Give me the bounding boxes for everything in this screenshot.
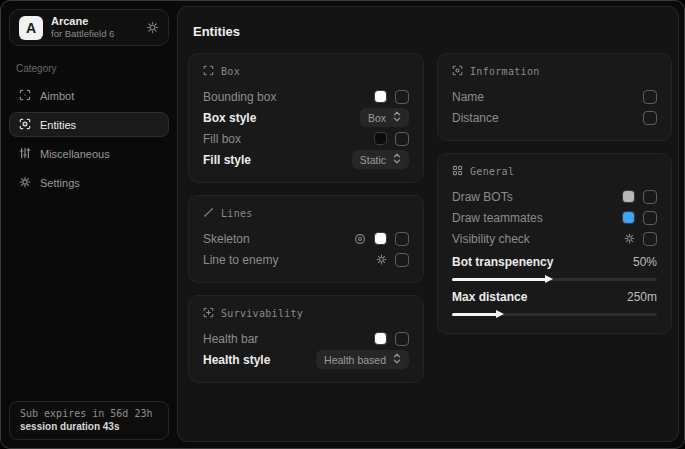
gear-mini-icon[interactable] [376, 254, 387, 265]
sidebar-nav: Aimbot Entities [9, 83, 169, 195]
sidebar-item-entities[interactable]: Entities [9, 112, 169, 137]
fill-style-dropdown[interactable]: Static [352, 150, 409, 169]
slider-value: 250m [627, 290, 657, 304]
max-distance-slider[interactable] [452, 313, 657, 316]
unfold-icon [393, 111, 401, 124]
draw-bots-checkbox[interactable] [643, 190, 657, 204]
health-bar-checkbox[interactable] [395, 332, 409, 346]
slider-fill [452, 313, 497, 316]
information-section: Information Name Distance [437, 53, 672, 141]
slider-value: 50% [633, 255, 657, 269]
info-scan-icon [452, 65, 463, 78]
setting-row-draw-bots: Draw BOTs [452, 186, 657, 207]
box-style-dropdown[interactable]: Box [360, 108, 409, 127]
gear-icon [19, 176, 31, 190]
scan-eye-icon [19, 118, 31, 132]
app-window: A Arcane for Battlefield 6 Category [0, 0, 685, 449]
sidebar-item-label: Aimbot [40, 90, 74, 102]
gear-mini-icon[interactable] [624, 233, 635, 244]
draw-teammates-checkbox[interactable] [643, 211, 657, 225]
setting-row-health-bar: Health bar [203, 328, 409, 349]
color-swatch[interactable] [622, 211, 635, 224]
distance-checkbox[interactable] [643, 111, 657, 125]
setting-row-fill-box: Fill box [203, 128, 409, 149]
line-to-enemy-checkbox[interactable] [395, 253, 409, 267]
sidebar-item-aimbot[interactable]: Aimbot [9, 83, 169, 108]
skeleton-checkbox[interactable] [395, 232, 409, 246]
color-swatch[interactable] [622, 190, 635, 203]
setting-row-fill-style: Fill style Static [203, 149, 409, 170]
setting-row-distance: Distance [452, 107, 657, 128]
bounding-box-checkbox[interactable] [395, 90, 409, 104]
survivability-section: Survivability Health bar Health style He… [188, 295, 424, 383]
sidebar-item-settings[interactable]: Settings [9, 170, 169, 195]
section-title: General [470, 166, 514, 177]
color-swatch[interactable] [374, 90, 387, 103]
section-title: Box [221, 66, 240, 77]
sidebar-item-miscellaneous[interactable]: Miscellaneous [9, 141, 169, 166]
color-swatch[interactable] [374, 132, 387, 145]
color-swatch[interactable] [374, 332, 387, 345]
setting-row-visibility-check: Visibility check [452, 228, 657, 249]
main-panel: Entities Box Bounding box [177, 6, 679, 442]
fill-box-checkbox[interactable] [395, 132, 409, 146]
setting-row-skeleton: Skeleton [203, 228, 409, 249]
max-distance-slider-group: Max distance 250m [452, 286, 657, 316]
section-title: Information [470, 66, 540, 77]
section-title: Survivability [221, 308, 303, 319]
color-swatch[interactable] [374, 232, 387, 245]
setting-row-name: Name [452, 86, 657, 107]
setting-row-bounding-box: Bounding box [203, 86, 409, 107]
sidebar-item-label: Miscellaneous [40, 148, 110, 160]
line-icon [203, 207, 214, 220]
grid-icon [452, 165, 463, 178]
sub-expiry-text: Sub expires in 56d 23h [20, 408, 158, 419]
sliders-icon [19, 147, 31, 161]
gear-icon[interactable] [146, 21, 159, 34]
setting-row-box-style: Box style Box [203, 107, 409, 128]
box-section: Box Bounding box Box style Box [188, 53, 424, 183]
name-checkbox[interactable] [643, 90, 657, 104]
lines-section: Lines Skeleton [188, 195, 424, 283]
crosshair-icon [19, 89, 31, 103]
unfold-icon [393, 153, 401, 166]
bot-transparency-slider[interactable] [452, 278, 657, 281]
slider-fill [452, 278, 546, 281]
subscription-card: Sub expires in 56d 23h session duration … [9, 401, 169, 440]
sidebar-item-label: Settings [40, 177, 80, 189]
brand-logo: A [19, 16, 43, 40]
health-cross-icon [203, 307, 214, 320]
general-section: General Draw BOTs Draw teammates [437, 153, 672, 334]
bot-transparency-slider-group: Bot transpenency 50% [452, 251, 657, 281]
brand-card: A Arcane for Battlefield 6 [9, 9, 169, 46]
health-style-dropdown[interactable]: Health based [316, 350, 409, 369]
brand-name: Arcane [51, 15, 138, 28]
setting-row-draw-teammates: Draw teammates [452, 207, 657, 228]
eye-icon[interactable] [354, 233, 366, 245]
setting-row-line-to-enemy: Line to enemy [203, 249, 409, 270]
brand-subtitle: for Battlefield 6 [51, 29, 138, 40]
unfold-icon [393, 353, 401, 366]
category-label: Category [16, 63, 162, 74]
visibility-check-checkbox[interactable] [643, 232, 657, 246]
sidebar: A Arcane for Battlefield 6 Category [1, 1, 177, 448]
corners-icon [203, 65, 214, 78]
page-title: Entities [193, 24, 667, 39]
setting-row-health-style: Health style Health based [203, 349, 409, 370]
sidebar-item-label: Entities [40, 119, 76, 131]
section-title: Lines [221, 208, 253, 219]
session-duration-text: session duration 43s [20, 421, 158, 432]
